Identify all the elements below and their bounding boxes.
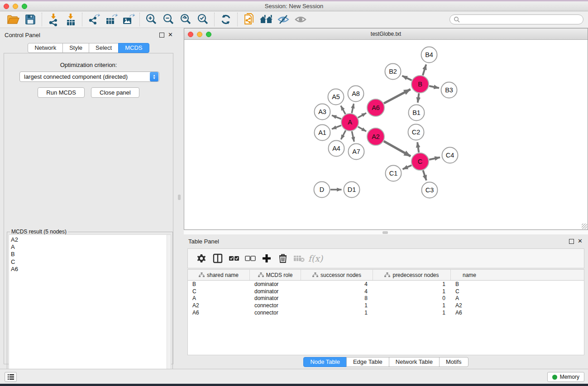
table-cell[interactable]: dominator — [250, 281, 301, 287]
node-A2[interactable]: A2 — [367, 128, 384, 145]
result-list-item[interactable]: B — [9, 251, 171, 258]
node-D[interactable]: D — [314, 182, 330, 198]
table-cell[interactable]: 1 — [301, 310, 373, 316]
table-cell[interactable]: A6 — [451, 310, 488, 316]
edge-A-A3[interactable] — [332, 115, 341, 119]
node-B1[interactable]: B1 — [409, 105, 425, 121]
table-settings-gear-icon[interactable] — [193, 251, 210, 266]
table-cell[interactable]: dominator — [250, 288, 301, 295]
node-C1[interactable]: C1 — [386, 166, 402, 181]
node-table[interactable]: shared nameMCDS rolesuccessor nodesprede… — [187, 269, 584, 355]
node-B[interactable]: B — [411, 76, 429, 93]
show-all-eye-icon[interactable] — [292, 12, 309, 27]
edge-C-C4[interactable] — [429, 157, 440, 160]
column-header-MCDS-role[interactable]: MCDS role — [250, 270, 301, 280]
edge-A-A6[interactable] — [358, 113, 366, 118]
result-list-item[interactable]: A — [9, 243, 171, 251]
table-cell[interactable]: 1 — [373, 302, 451, 309]
node-B3[interactable]: B3 — [441, 82, 457, 98]
table-row[interactable]: Adominator80A — [188, 295, 584, 302]
tab-node-table[interactable]: Node Table — [303, 357, 347, 367]
tab-select[interactable]: Select — [89, 43, 119, 53]
table-cell[interactable]: A6 — [188, 310, 250, 316]
column-header-shared-name[interactable]: shared name — [188, 270, 250, 280]
mcds-result-list[interactable]: A2ABCA6 — [9, 234, 171, 386]
edge-B-B2[interactable] — [402, 76, 411, 81]
edge-A-A5[interactable] — [341, 106, 345, 114]
node-C2[interactable]: C2 — [408, 124, 424, 140]
node-B2[interactable]: B2 — [385, 64, 401, 80]
table-cell[interactable]: connector — [250, 302, 301, 309]
table-cell[interactable]: 1 — [301, 302, 373, 309]
table-cell[interactable]: connector — [250, 310, 301, 316]
edge-A-A8[interactable] — [352, 104, 354, 113]
save-session-icon[interactable] — [22, 12, 39, 27]
float-panel-icon[interactable] — [569, 239, 574, 244]
import-network-icon[interactable] — [45, 12, 62, 27]
node-C4[interactable]: C4 — [442, 148, 458, 163]
memory-button[interactable]: Memory — [547, 372, 584, 382]
hide-selected-eye-icon[interactable] — [275, 12, 292, 27]
search-input[interactable] — [462, 16, 579, 23]
node-A7[interactable]: A7 — [349, 144, 364, 160]
search-field[interactable] — [449, 14, 583, 24]
result-list-item[interactable]: A2 — [9, 236, 171, 243]
table-cell[interactable]: A2 — [451, 302, 488, 309]
node-A8[interactable]: A8 — [348, 86, 364, 102]
delete-column-trash-icon[interactable] — [275, 251, 291, 266]
deselect-all-checkboxes-icon[interactable] — [242, 251, 258, 266]
node-A[interactable]: A — [341, 114, 359, 131]
show-column-panel-icon[interactable] — [210, 251, 226, 266]
task-history-button[interactable] — [5, 372, 17, 382]
float-panel-icon[interactable] — [159, 33, 164, 38]
result-scrollbar[interactable] — [167, 235, 171, 385]
edge-A-A1[interactable] — [332, 125, 341, 129]
edge-A6-B[interactable] — [384, 89, 411, 103]
edge-C-C1[interactable] — [403, 165, 412, 169]
table-row[interactable]: Cdominator41C — [188, 288, 584, 295]
table-cell[interactable]: B — [188, 281, 250, 287]
close-panel-button[interactable]: Close panel — [91, 87, 139, 98]
table-cell[interactable]: dominator — [250, 295, 301, 301]
table-cell[interactable]: A2 — [188, 302, 250, 309]
node-C3[interactable]: C3 — [422, 182, 438, 198]
open-file-icon[interactable] — [5, 12, 22, 27]
divider-handle[interactable] — [382, 231, 388, 234]
result-list-item[interactable]: C — [9, 258, 171, 266]
tab-mcds[interactable]: MCDS — [118, 43, 149, 53]
horizontal-split-divider[interactable] — [184, 230, 588, 234]
column-header-successor-nodes[interactable]: successor nodes — [301, 270, 373, 280]
table-row[interactable]: A6connector11A6 — [188, 309, 584, 316]
node-A1[interactable]: A1 — [315, 125, 330, 141]
zoom-selected-icon[interactable] — [194, 12, 211, 27]
edge-C-C2[interactable] — [417, 142, 419, 152]
table-cell[interactable]: A — [188, 295, 250, 301]
edge-A-A2[interactable] — [358, 127, 366, 131]
node-D1[interactable]: D1 — [344, 182, 360, 198]
create-column-plus-icon[interactable] — [258, 251, 275, 266]
network-graph[interactable]: B4B2BB3A8A5A6A3B1AA1C2A2A4A7C4CC1C3DD1 — [184, 40, 588, 229]
table-cell[interactable]: 0 — [373, 295, 451, 301]
table-cell[interactable]: 8 — [301, 295, 373, 301]
edge-B-B1[interactable] — [418, 93, 419, 102]
close-panel-icon[interactable]: ✕ — [578, 238, 583, 244]
table-cell[interactable]: 1 — [373, 281, 451, 287]
export-table-icon[interactable] — [102, 12, 120, 27]
table-cell[interactable]: 4 — [301, 281, 373, 287]
close-panel-icon[interactable]: ✕ — [168, 31, 173, 38]
column-header-name[interactable]: name — [451, 270, 488, 280]
table-cell[interactable]: 1 — [373, 310, 451, 316]
first-neighbors-icon[interactable] — [258, 12, 275, 27]
table-cell[interactable]: C — [188, 288, 250, 295]
new-network-from-selection-icon[interactable] — [240, 12, 258, 27]
zoom-fit-icon[interactable] — [177, 12, 194, 27]
vertical-divider-handle[interactable] — [178, 195, 181, 200]
refresh-view-icon[interactable] — [217, 12, 234, 27]
edge-C-C3[interactable] — [423, 170, 426, 180]
tab-style[interactable]: Style — [62, 43, 89, 53]
edge-A2-C[interactable] — [384, 141, 411, 156]
node-B4[interactable]: B4 — [421, 47, 437, 63]
column-header-predecessor-nodes[interactable]: predecessor nodes — [373, 270, 451, 280]
zoom-in-icon[interactable] — [143, 12, 160, 27]
tab-network[interactable]: Network — [28, 43, 63, 53]
